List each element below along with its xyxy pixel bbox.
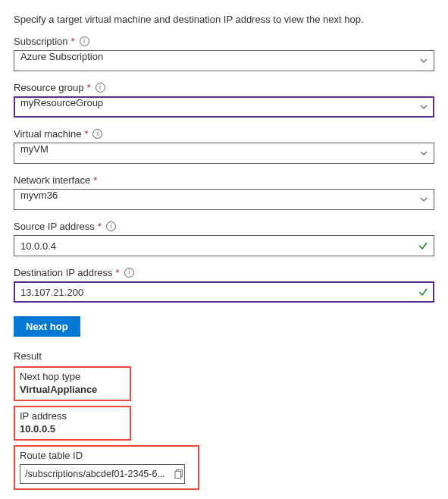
required-asterisk: * <box>116 267 120 278</box>
source-ip-input[interactable] <box>14 235 434 256</box>
select-value: myResourceGroup <box>14 96 434 118</box>
source-ip-input-wrap <box>14 235 434 256</box>
result-route-table-id: Route table ID <box>14 445 199 490</box>
svg-rect-1 <box>175 471 180 478</box>
select-value: myVM <box>14 143 434 164</box>
label-subscription: Subscription * i <box>14 36 434 47</box>
destination-ip-input[interactable] <box>14 281 434 303</box>
required-asterisk: * <box>98 221 102 232</box>
virtual-machine-select[interactable]: myVM <box>14 143 434 164</box>
result-value: 10.0.0.5 <box>20 423 124 435</box>
label-resource-group: Resource group * i <box>14 82 434 93</box>
next-hop-button[interactable]: Next hop <box>14 316 80 337</box>
route-table-id-input[interactable] <box>20 464 185 484</box>
result-ip-address: IP address 10.0.0.5 <box>14 406 131 441</box>
info-icon[interactable]: i <box>96 83 105 93</box>
select-value: Azure Subscription <box>14 50 434 71</box>
info-icon[interactable]: i <box>106 221 116 231</box>
field-subscription: Subscription * i Azure Subscription <box>14 36 434 71</box>
label-virtual-machine: Virtual machine * i <box>14 128 434 140</box>
info-icon[interactable]: i <box>124 268 134 278</box>
subscription-select[interactable]: Azure Subscription <box>14 50 434 71</box>
label-text: Virtual machine <box>14 128 81 140</box>
required-asterisk: * <box>93 174 97 186</box>
label-destination-ip: Destination IP address * i <box>14 267 434 278</box>
field-source-ip: Source IP address * i <box>14 221 434 256</box>
resource-group-select[interactable]: myResourceGroup <box>14 96 434 118</box>
result-label: IP address <box>20 410 124 422</box>
label-text: Destination IP address <box>14 267 113 278</box>
result-heading: Result <box>14 350 434 362</box>
required-asterisk: * <box>84 128 88 140</box>
label-text: Source IP address <box>14 221 95 232</box>
result-next-hop-type: Next hop type VirtualAppliance <box>14 366 131 401</box>
network-interface-select[interactable]: myvm36 <box>14 189 434 210</box>
label-text: Resource group <box>14 82 84 93</box>
label-text: Network interface <box>14 174 90 186</box>
result-value: VirtualAppliance <box>20 384 124 395</box>
info-icon[interactable]: i <box>80 36 89 46</box>
destination-ip-input-wrap <box>14 281 434 303</box>
route-table-id-wrap <box>20 464 192 484</box>
field-destination-ip: Destination IP address * i <box>14 267 434 303</box>
field-network-interface: Network interface * myvm36 <box>14 174 434 210</box>
info-icon[interactable]: i <box>92 129 102 139</box>
field-resource-group: Resource group * i myResourceGroup <box>14 82 434 118</box>
label-text: Subscription <box>14 36 68 47</box>
copy-icon[interactable] <box>174 469 184 479</box>
result-label: Route table ID <box>20 450 192 461</box>
label-source-ip: Source IP address * i <box>14 221 434 232</box>
select-value: myvm36 <box>14 189 434 210</box>
required-asterisk: * <box>87 82 91 93</box>
intro-text: Specify a target virtual machine and des… <box>14 14 434 25</box>
field-virtual-machine: Virtual machine * i myVM <box>14 128 434 164</box>
label-network-interface: Network interface * <box>14 174 434 186</box>
required-asterisk: * <box>71 36 75 47</box>
result-label: Next hop type <box>20 371 124 382</box>
